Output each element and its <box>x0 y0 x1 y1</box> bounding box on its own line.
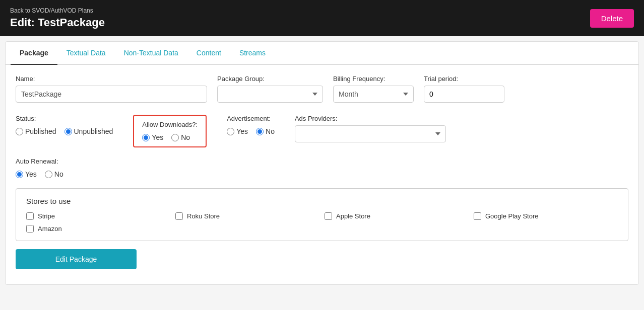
advertisement-no-radio[interactable] <box>256 128 264 135</box>
store-item-roku: Roku Store <box>175 212 319 220</box>
tab-content[interactable]: Content <box>187 42 230 65</box>
ads-providers-select[interactable] <box>295 125 446 142</box>
header: Back to SVOD/AuthVOD Plans Edit: TestPac… <box>0 0 644 36</box>
delete-button[interactable]: Delete <box>590 9 634 28</box>
name-input[interactable] <box>16 86 207 103</box>
status-published-option[interactable]: Published <box>16 127 56 135</box>
store-amazon-checkbox[interactable] <box>26 225 34 232</box>
package-group-select[interactable] <box>217 86 323 103</box>
store-stripe-label[interactable]: Stripe <box>38 212 55 220</box>
status-label: Status: <box>16 115 113 122</box>
trial-period-label: Trial period: <box>424 75 504 83</box>
store-google-checkbox[interactable] <box>474 212 481 220</box>
advertisement-no-option[interactable]: No <box>256 127 275 135</box>
back-link[interactable]: Back to SVOD/AuthVOD Plans <box>10 7 105 14</box>
store-apple-label[interactable]: Apple Store <box>336 212 370 220</box>
store-roku-checkbox[interactable] <box>175 212 183 220</box>
allow-downloads-yes-radio[interactable] <box>142 134 150 141</box>
store-google-label[interactable]: Google Play Store <box>485 212 539 220</box>
store-item-stripe: Stripe <box>26 212 170 220</box>
package-group-label: Package Group: <box>217 75 323 83</box>
billing-frequency-label: Billing Frequency: <box>333 75 414 83</box>
page-title: Edit: TestPackage <box>10 16 105 29</box>
allow-downloads-label: Allow Downloads?: <box>142 121 198 128</box>
store-amazon-label[interactable]: Amazon <box>38 225 62 232</box>
billing-frequency-select[interactable]: Month <box>333 86 414 103</box>
status-unpublished-option[interactable]: Unpublished <box>65 127 113 135</box>
advertisement-yes-radio[interactable] <box>227 128 234 135</box>
tab-textual-data[interactable]: Textual Data <box>57 42 115 65</box>
trial-period-input[interactable] <box>424 86 504 103</box>
name-label: Name: <box>16 75 207 83</box>
allow-downloads-no-radio[interactable] <box>171 134 179 141</box>
store-item-apple: Apple Store <box>325 212 469 220</box>
edit-package-button[interactable]: Edit Package <box>16 249 137 269</box>
stores-section: Stores to use Stripe Roku Store Apple St… <box>16 188 628 241</box>
status-published-radio[interactable] <box>16 128 23 135</box>
auto-renewal-yes-radio[interactable] <box>16 171 23 178</box>
store-apple-checkbox[interactable] <box>325 212 332 220</box>
allow-downloads-yes-option[interactable]: Yes <box>142 133 163 141</box>
store-item-amazon: Amazon <box>26 225 62 232</box>
advertisement-yes-option[interactable]: Yes <box>227 127 248 135</box>
auto-renewal-yes-option[interactable]: Yes <box>16 170 37 178</box>
auto-renewal-no-option[interactable]: No <box>45 170 63 178</box>
store-roku-label[interactable]: Roku Store <box>187 212 220 220</box>
auto-renewal-no-radio[interactable] <box>45 171 52 178</box>
advertisement-label: Advertisement: <box>227 115 275 122</box>
ads-providers-label: Ads Providers: <box>295 115 446 122</box>
auto-renewal-label: Auto Renewal: <box>16 158 628 165</box>
status-unpublished-radio[interactable] <box>65 128 72 135</box>
allow-downloads-no-option[interactable]: No <box>171 133 190 141</box>
store-item-google: Google Play Store <box>474 212 618 220</box>
tab-package[interactable]: Package <box>11 42 57 65</box>
store-stripe-checkbox[interactable] <box>26 212 34 220</box>
tabs: Package Textual Data Non-Textual Data Co… <box>6 42 638 65</box>
tab-streams[interactable]: Streams <box>230 42 275 65</box>
stores-title: Stores to use <box>26 197 618 205</box>
tab-non-textual-data[interactable]: Non-Textual Data <box>115 42 187 65</box>
